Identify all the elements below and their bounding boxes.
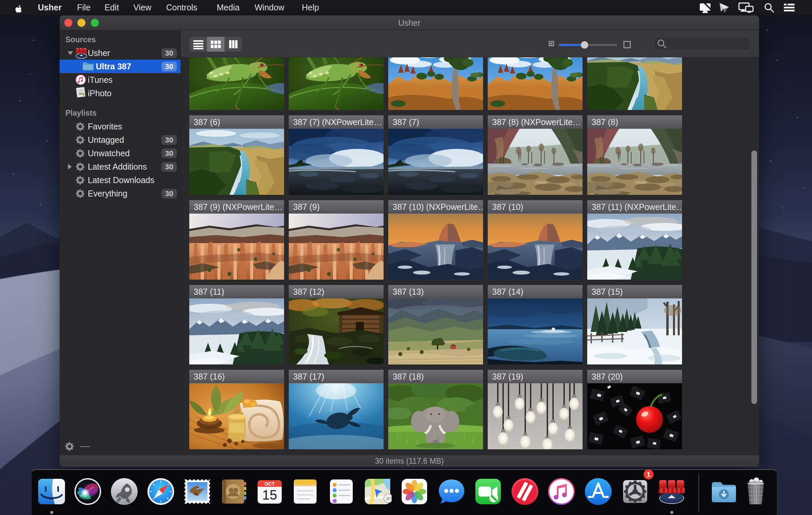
svg-text:15: 15 — [262, 488, 278, 502]
svg-text:OCT: OCT — [265, 481, 275, 487]
svg-text:3D: 3D — [386, 496, 390, 500]
